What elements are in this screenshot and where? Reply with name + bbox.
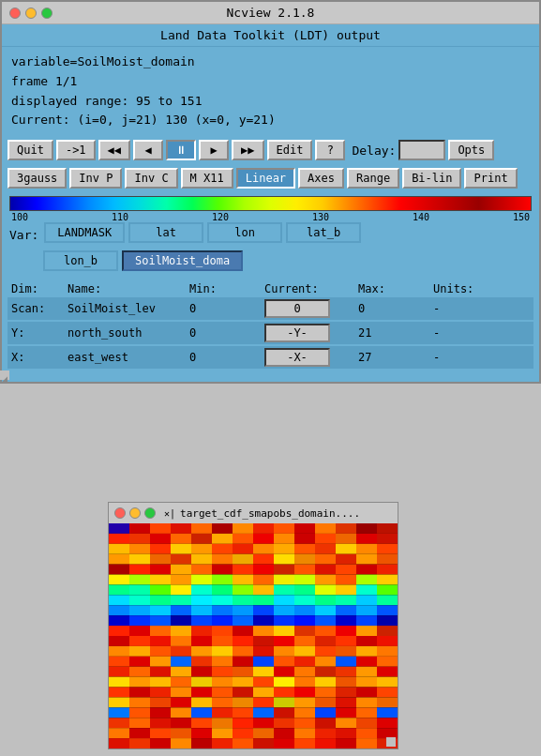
svg-rect-141 <box>129 626 150 636</box>
y-current-input[interactable] <box>264 324 330 342</box>
sub-resize-handle[interactable] <box>386 737 396 747</box>
next-button[interactable]: ▶ <box>199 140 229 160</box>
colorbar-section: 100 110 120 130 140 150 <box>2 192 539 219</box>
main-window: Ncview 2.1.8 Land Data Toolkit (LDT) out… <box>0 0 541 384</box>
svg-rect-261 <box>294 707 315 718</box>
svg-rect-283 <box>171 728 191 738</box>
svg-rect-46 <box>191 554 212 565</box>
svg-rect-170 <box>150 646 171 657</box>
svg-rect-28 <box>109 544 129 554</box>
print-button[interactable]: Print <box>464 168 517 189</box>
var-lon[interactable]: lon <box>207 222 282 243</box>
svg-rect-250 <box>356 697 377 707</box>
opts-button[interactable]: Opts <box>448 140 494 160</box>
var-lon_b[interactable]: lon_b <box>43 250 118 271</box>
prev-button[interactable]: ◀ <box>133 140 163 160</box>
sub-min-button[interactable] <box>129 507 141 519</box>
linear-button[interactable]: Linear <box>236 168 295 189</box>
svg-rect-29 <box>129 544 150 554</box>
svg-rect-132 <box>233 615 253 626</box>
svg-rect-247 <box>294 697 315 707</box>
svg-rect-194 <box>356 657 377 667</box>
svg-rect-21 <box>253 534 274 544</box>
svg-rect-33 <box>212 544 233 554</box>
pause-button[interactable]: ⏸ <box>166 140 196 160</box>
scan-name: SoilMoist_lev <box>68 302 189 315</box>
close-button[interactable] <box>9 8 21 19</box>
svg-rect-59 <box>171 565 191 575</box>
svg-rect-210 <box>109 677 129 688</box>
svg-rect-128 <box>150 615 171 626</box>
svg-rect-230 <box>233 688 253 698</box>
sub-close-button[interactable] <box>114 507 126 519</box>
svg-rect-62 <box>233 565 253 575</box>
svg-rect-64 <box>274 565 294 575</box>
invc-button[interactable]: Inv C <box>125 168 177 189</box>
svg-rect-147 <box>253 626 274 636</box>
svg-rect-9 <box>294 523 315 534</box>
svg-rect-75 <box>212 575 233 585</box>
scan-current-input[interactable] <box>264 299 330 318</box>
svg-rect-192 <box>315 657 336 667</box>
svg-rect-172 <box>191 646 212 657</box>
svg-rect-241 <box>171 697 191 707</box>
invp-button[interactable]: Inv P <box>69 168 122 189</box>
svg-rect-286 <box>233 728 253 738</box>
sub-max-button[interactable] <box>144 507 156 519</box>
ffwd-button[interactable]: ▶▶ <box>232 140 263 160</box>
svg-rect-55 <box>377 554 398 565</box>
title-bar: Ncview 2.1.8 <box>2 2 539 24</box>
range-button[interactable]: Range <box>347 168 399 189</box>
gauss-button[interactable]: 3gauss <box>8 168 67 189</box>
edit-button[interactable]: Edit <box>267 140 313 160</box>
var-lat_b[interactable]: lat_b <box>286 222 361 243</box>
svg-rect-163 <box>294 636 315 646</box>
bilin-button[interactable]: Bi-lin <box>402 168 461 189</box>
svg-rect-264 <box>356 707 377 718</box>
svg-rect-295 <box>129 738 150 748</box>
svg-rect-233 <box>294 688 315 698</box>
sub-content[interactable] <box>109 523 398 748</box>
x-current-input[interactable] <box>264 348 330 367</box>
main-resize-handle[interactable]: ◢ <box>0 370 9 380</box>
svg-rect-52 <box>315 554 336 565</box>
delay-label: Delay: <box>352 144 396 158</box>
svg-rect-70 <box>109 575 129 585</box>
svg-rect-126 <box>109 615 129 626</box>
delay-input[interactable] <box>398 140 445 160</box>
svg-rect-11 <box>336 523 356 534</box>
svg-rect-56 <box>109 565 129 575</box>
svg-rect-13 <box>377 523 398 534</box>
svg-rect-175 <box>253 646 274 657</box>
svg-rect-32 <box>191 544 212 554</box>
sub-window-title: target_cdf_smapobs_domain.... <box>180 507 360 520</box>
svg-rect-256 <box>191 707 212 718</box>
svg-rect-227 <box>171 688 191 698</box>
rewind-button[interactable]: ◀◀ <box>98 140 130 160</box>
current-info: Current: (i=0, j=21) 130 (x=0, y=21) <box>11 111 530 130</box>
arrow1-button[interactable]: ->1 <box>56 140 96 160</box>
scan-max: 0 <box>358 302 433 315</box>
svg-rect-0 <box>109 523 129 534</box>
svg-rect-39 <box>336 544 356 554</box>
help-button[interactable]: ? <box>315 140 345 160</box>
svg-rect-31 <box>171 544 191 554</box>
svg-rect-27 <box>377 534 398 544</box>
var-SoilMoist[interactable]: SoilMoist_doma <box>122 250 243 271</box>
sub-title-bar: ✕| target_cdf_smapobs_domain.... <box>109 503 398 523</box>
info-section: variable=SoilMoist_domain frame 1/1 disp… <box>2 47 539 136</box>
svg-rect-41 <box>377 544 398 554</box>
svg-rect-254 <box>150 707 171 718</box>
svg-rect-305 <box>336 738 356 748</box>
maximize-button[interactable] <box>41 8 53 19</box>
svg-rect-282 <box>150 728 171 738</box>
axes-button[interactable]: Axes <box>298 168 344 189</box>
minimize-button[interactable] <box>25 8 37 19</box>
var-lat[interactable]: lat <box>128 222 203 243</box>
quit-button[interactable]: Quit <box>8 140 53 160</box>
svg-rect-162 <box>274 636 294 646</box>
svg-rect-212 <box>150 677 171 688</box>
svg-rect-109 <box>336 595 356 605</box>
var-LANDMASK[interactable]: LANDMASK <box>44 222 125 243</box>
mx11-button[interactable]: M X11 <box>181 168 233 189</box>
